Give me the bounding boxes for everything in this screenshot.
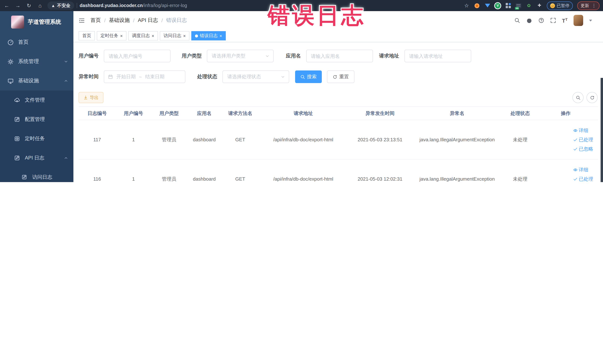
timer-icon [14,136,20,142]
cell-user-id: 1 [116,176,151,182]
tab-error-log[interactable]: 错误日志× [191,31,226,40]
log-edit-icon [22,174,28,180]
calendar-icon [108,74,113,79]
bookmark-star-icon[interactable]: ☆ [464,3,470,9]
tags-view-bar: 首页 定时任务× 调度日志× 访问日志× 错误日志× [73,30,603,42]
sidebar-item-infra[interactable]: 基础设施 [0,71,73,91]
detail-link[interactable]: 详细 [573,165,588,174]
help-icon[interactable] [538,17,544,23]
tab-cron-job[interactable]: 定时任务× [97,31,127,40]
close-icon[interactable]: × [183,34,186,38]
mark-processed-link[interactable]: 已处理 [573,174,593,182]
avatar[interactable] [574,15,583,26]
breadcrumb-infra[interactable]: 基础设施 [109,17,130,24]
process-status-label: 处理状态 [197,73,217,80]
avatar-caret-icon[interactable] [589,20,592,23]
sidebar-item-api-log[interactable]: API 日志 [0,148,73,168]
cell-user-type: 管理员 [151,176,187,182]
table-row: 117 1 管理员 dashboard GET /api/infra/db-do… [79,120,598,159]
extension-plant-icon[interactable]: ✿ [526,3,532,9]
close-icon[interactable]: × [120,34,123,38]
paused-label: 已暂停 [557,3,569,8]
tab-access-log[interactable]: 访问日志× [160,31,189,40]
emoji-face-icon: ☺ [550,3,555,8]
sidebar-item-system[interactable]: 系统管理 [0,52,73,71]
navbar-actions: TT [514,15,592,26]
back-icon[interactable]: ← [4,0,10,11]
request-url-input[interactable] [404,50,471,62]
sidebar-item-file-manage[interactable]: 文件管理 [0,91,73,110]
tab-schedule-log[interactable]: 调度日志× [128,31,158,40]
hamburger-icon[interactable] [79,17,85,23]
refresh-icon[interactable] [587,92,598,103]
cloud-upload-icon [14,97,20,103]
sidebar-item-access-log[interactable]: 访问日志 [0,168,73,182]
table-body: 117 1 管理员 dashboard GET /api/infra/db-do… [79,120,598,182]
exception-time-label: 异常时间 [79,73,99,80]
reset-button[interactable]: 重置 [327,70,354,83]
user-id-input[interactable] [104,50,171,62]
cell-exception-name: java.lang.IllegalArgumentException [412,137,502,142]
chevron-up-icon [64,156,68,160]
cell-log-id: 117 [79,137,116,142]
update-pill[interactable]: 更新 ⋮ [577,1,600,10]
user-type-select[interactable]: 请选择用户类型 [207,50,274,62]
extension-green-v-icon[interactable]: V [495,3,501,9]
app-name-input[interactable] [306,50,373,62]
github-icon[interactable] [526,17,532,23]
active-dot [195,34,198,37]
url-divider [77,3,77,8]
process-status-select[interactable]: 请选择处理状态 [222,70,289,83]
mark-ignored-link[interactable]: 已忽略 [573,144,593,153]
extensions-puzzle-icon[interactable] [536,3,542,9]
browser-extensions: ☆ V on ✿ ☺ 已暂停 更新 ⋮ [464,1,603,10]
page-content: 用户编号 用户类型 请选择用户类型 应用名 请求地址 异常时间 [73,42,603,182]
sidebar-item-home[interactable]: 首页 [0,33,73,52]
toggle-search-icon[interactable] [572,92,583,103]
extension-on-icon[interactable]: on [515,3,522,9]
cell-user-id: 1 [116,137,151,142]
table-header: 日志编号 用户编号 用户类型 应用名 请求方法名 请求地址 异常发生时间 异常名… [79,106,598,120]
cell-exception-name: java.lang.IllegalArgumentException [412,176,502,182]
chevron-down-icon [64,59,68,64]
tab-home[interactable]: 首页 [79,31,95,40]
search-button[interactable]: 搜索 [295,70,322,83]
export-button[interactable]: 导出 [79,92,104,103]
page-scrollbar[interactable] [601,78,603,182]
dashboard-icon [7,39,14,46]
site-security-chip[interactable]: ▲ 不安全 [47,1,74,10]
chevron-up-icon [64,79,68,83]
breadcrumb-api-log[interactable]: API 日志 [138,17,158,24]
mark-processed-link[interactable]: 已处理 [573,135,593,144]
header-search-icon[interactable] [514,17,520,23]
cell-log-id: 116 [79,176,116,182]
cell-request-url: /api/infra/db-doc/export-html [259,137,348,142]
exception-time-range-picker[interactable]: 开始日期 ~ 结束日期 [104,70,185,83]
table-tools [572,92,598,103]
extension-orange-icon[interactable] [474,3,480,9]
font-size-icon[interactable]: TT [562,17,568,23]
filter-form-row-1: 用户编号 用户类型 请选择用户类型 应用名 请求地址 [79,50,598,62]
user-id-label: 用户编号 [79,53,99,59]
close-icon[interactable]: × [220,34,222,38]
browser-menu-icon[interactable]: ⋮ [592,3,596,8]
extension-grid-icon[interactable] [505,3,511,9]
sidebar-item-config-manage[interactable]: 配置管理 [0,110,73,129]
cell-user-type: 管理员 [151,136,187,143]
detail-link[interactable]: 详细 [573,126,588,135]
sidebar-item-cron-job[interactable]: 定时任务 [0,129,73,148]
logo[interactable]: 芋道管理系统 [0,11,73,33]
breadcrumb-home[interactable]: 首页 [91,17,101,24]
forward-icon[interactable]: → [15,0,21,11]
breadcrumb-current: 错误日志 [166,17,187,24]
annotation-overlay-title: 错误日志 [268,1,366,31]
fullscreen-icon[interactable] [550,17,556,23]
table-row: 116 1 管理员 dashboard GET /api/infra/db-do… [79,159,598,182]
address-bar[interactable]: dashboard.yudao.iocoder.cn/infra/log/api… [80,3,187,8]
home-icon[interactable]: ⌂ [37,0,43,11]
extension-shield-icon[interactable] [484,3,490,9]
filter-form-row-2: 异常时间 开始日期 ~ 结束日期 处理状态 请选择处理状态 搜索 [79,70,598,83]
close-icon[interactable]: × [152,34,154,38]
paused-pill[interactable]: ☺ 已暂停 [547,1,573,10]
reload-icon[interactable]: ↻ [26,0,32,11]
